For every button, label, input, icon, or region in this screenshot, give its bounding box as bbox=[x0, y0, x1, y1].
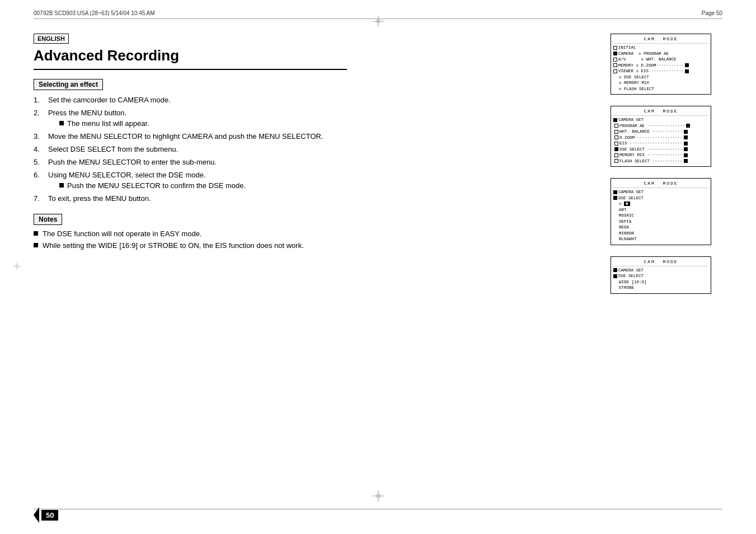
right-column: CAM MODE INITIAL CAMERA ◇ PROGRAM AE A/V… bbox=[611, 34, 722, 299]
step-2-num: 2. bbox=[34, 109, 45, 117]
note-bullet-2 bbox=[34, 243, 38, 247]
crosshair-top-icon bbox=[373, 16, 384, 29]
note-1-text: The DSE function will not operate in EAS… bbox=[43, 229, 201, 238]
step-5-num: 5. bbox=[34, 158, 45, 166]
cam-diagram-3-content: CAMERA SET DSE SELECT ◇ ■ ART MOSAIC SEP… bbox=[613, 189, 708, 242]
section-header: Selecting an effect bbox=[34, 79, 103, 90]
step-2-sub-text: The menu list will appear. bbox=[67, 119, 149, 128]
cam-diagram-4-header: CAM MODE bbox=[613, 259, 708, 264]
step-5-text: Push the MENU SELECTOR to enter the sub-… bbox=[48, 158, 347, 166]
cam-diagram-1-content: INITIAL CAMERA ◇ PROGRAM AE A/V ◇ WHT. B… bbox=[613, 45, 708, 92]
step-7-num: 7. bbox=[34, 194, 45, 203]
step-4-text: Select DSE SELECT from the submenu. bbox=[48, 145, 347, 153]
crosshair-left-icon bbox=[12, 262, 21, 273]
cam-diagram-4-content: CAMERA SET DSE SELECT WIDE [16:9] STROBE bbox=[613, 268, 708, 291]
step-7: 7. To exit, press the MENU button. bbox=[34, 194, 347, 203]
notes-label: Notes bbox=[34, 214, 62, 225]
note-bullet-1 bbox=[34, 231, 38, 236]
page-title: Advanced Recording bbox=[34, 47, 347, 70]
cam-diagram-2-header: CAM MODE bbox=[613, 109, 708, 114]
step-6-sub-text: Push the MENU SELECTOR to confirm the DS… bbox=[67, 181, 246, 190]
cam-diagram-3: CAM MODE CAMERA SET DSE SELECT ◇ ■ ART bbox=[611, 178, 711, 245]
step-7-text: To exit, press the MENU button. bbox=[48, 194, 347, 203]
step-2-content: Press the MENU button. The menu list wil… bbox=[48, 109, 347, 128]
notes-section: Notes The DSE function will not operate … bbox=[34, 214, 347, 250]
cam-diagram-3-header: CAM MODE bbox=[613, 181, 708, 186]
cam-diagram-1-header: CAM MODE bbox=[613, 36, 708, 41]
cam-diagram-1: CAM MODE INITIAL CAMERA ◇ PROGRAM AE A/V… bbox=[611, 34, 711, 95]
english-badge: ENGLISH bbox=[34, 34, 69, 44]
step-3: 3. Move the MENU SELECTOR to highlight C… bbox=[34, 132, 347, 140]
bullet-icon bbox=[59, 121, 64, 125]
crosshair-bottom-icon bbox=[373, 490, 384, 503]
step-1-num: 1. bbox=[34, 96, 45, 104]
step-3-num: 3. bbox=[34, 132, 45, 140]
notes-list: The DSE function will not operate in EAS… bbox=[34, 229, 347, 250]
step-6-content: Using MENU SELECTOR, select the DSE mode… bbox=[48, 171, 347, 190]
cam-diagram-2-content: CAMERA SET PROGRAM AE ··············· WH… bbox=[613, 117, 708, 164]
step-6-text: Using MENU SELECTOR, select the DSE mode… bbox=[48, 171, 206, 179]
note-2: While setting the WIDE [16:9] or STROBE … bbox=[34, 241, 347, 250]
step-4-num: 4. bbox=[34, 145, 45, 153]
cam-diagram-4: CAM MODE CAMERA SET DSE SELECT WIDE [16:… bbox=[611, 256, 711, 294]
step-6-sub: Push the MENU SELECTOR to confirm the DS… bbox=[59, 181, 347, 190]
step-6-num: 6. bbox=[34, 171, 45, 179]
step-2: 2. Press the MENU button. The menu list … bbox=[34, 109, 347, 128]
bottom-bar bbox=[34, 509, 722, 512]
bullet-icon-2 bbox=[59, 183, 64, 188]
step-5: 5. Push the MENU SELECTOR to enter the s… bbox=[34, 158, 347, 166]
main-content: ENGLISH Advanced Recording Selecting an … bbox=[34, 34, 722, 489]
step-1: 1. Set the camcorder to CAMERA mode. bbox=[34, 96, 347, 104]
top-bar-left: 00792B SCD903 USA (28~63) 5/14/04 10:45 … bbox=[34, 10, 155, 16]
step-3-text: Move the MENU SELECTOR to highlight CAME… bbox=[48, 132, 347, 140]
cam-diagram-2: CAM MODE CAMERA SET PROGRAM AE ·········… bbox=[611, 106, 711, 167]
page-number-badge: 50 bbox=[41, 510, 58, 521]
top-bar-right: Page 50 bbox=[702, 10, 722, 16]
steps-list: 1. Set the camcorder to CAMERA mode. 2. … bbox=[34, 96, 347, 203]
step-1-text: Set the camcorder to CAMERA mode. bbox=[48, 96, 347, 104]
step-2-text: Press the MENU button. bbox=[48, 109, 126, 117]
left-column: ENGLISH Advanced Recording Selecting an … bbox=[34, 34, 347, 253]
step-6: 6. Using MENU SELECTOR, select the DSE m… bbox=[34, 171, 347, 190]
page-number-area: 50 bbox=[34, 507, 58, 523]
step-2-sub: The menu list will appear. bbox=[59, 119, 347, 128]
page-container: 00792B SCD903 USA (28~63) 5/14/04 10:45 … bbox=[0, 0, 756, 534]
note-2-text: While setting the WIDE [16:9] or STROBE … bbox=[43, 241, 304, 250]
note-1: The DSE function will not operate in EAS… bbox=[34, 229, 347, 238]
step-4: 4. Select DSE SELECT from the submenu. bbox=[34, 145, 347, 153]
